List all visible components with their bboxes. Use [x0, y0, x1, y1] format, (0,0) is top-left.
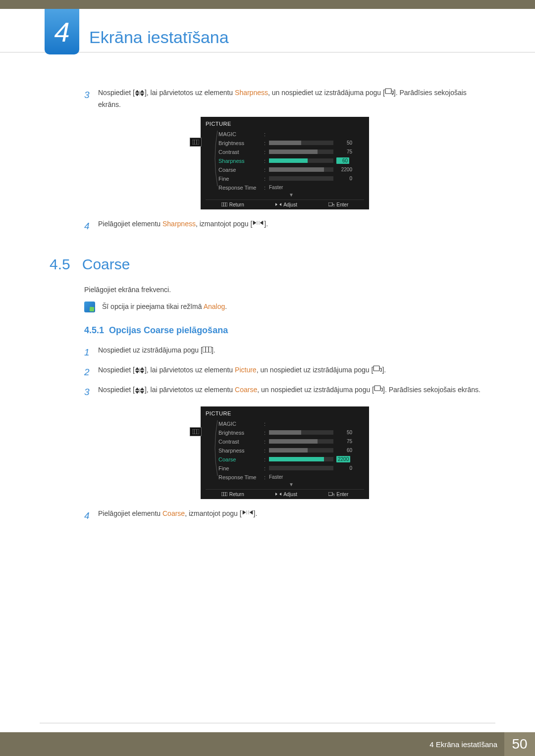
note: Šī opcija ir pieejama tikai režīmā Analo…: [84, 302, 485, 312]
osd-side-icon: [190, 427, 202, 436]
kw: Analog: [204, 302, 225, 310]
t: ], lai pārvietotos uz elementu: [145, 89, 235, 97]
osd-row-brightness: Brightness:50: [218, 428, 364, 437]
osd-arrow-down-icon: ▼: [218, 482, 364, 487]
osd-arrow-down-icon: ▼: [218, 192, 364, 198]
l: MAGIC: [218, 421, 264, 427]
osd-curve: [212, 130, 218, 198]
osd-enter: Enter: [328, 492, 348, 497]
sub-title: Opcijas Coarse pielāgošana: [109, 325, 228, 335]
leftright-icon: [242, 509, 254, 517]
step-text: Pielāgojiet elementu Coarse, izmantojot …: [98, 508, 257, 524]
osd-picture-sharpness: PICTURE MAGIC: Brightness:50 Contrast:75…: [201, 117, 369, 209]
v: 0: [336, 465, 352, 471]
t: , un nospiediet uz izstrādājuma pogu [: [268, 89, 385, 97]
l: Coarse: [218, 167, 264, 173]
note-icon: [84, 302, 95, 312]
t: Nospiediet [: [98, 89, 135, 97]
t: Nospiediet [: [98, 366, 135, 374]
t: Nospiediet [: [98, 386, 135, 394]
l: MAGIC: [218, 131, 264, 137]
t: ]. Parādīsies sekojošais ekrāns.: [383, 386, 481, 394]
step-text: Nospiediet [], lai pārvietotos uz elemen…: [98, 87, 485, 111]
step-2: 2 Nospiediet [], lai pārvietotos uz elem…: [84, 364, 485, 380]
l: Contrast: [218, 439, 264, 445]
l: Response Time: [218, 185, 264, 191]
osd-adjust: Adjust: [275, 492, 297, 497]
osd-enter: Enter: [328, 202, 348, 207]
osd-row-contrast: Contrast:75: [218, 148, 364, 156]
sec-num: 4.5: [50, 256, 70, 272]
step-text: Nospiediet [], lai pārvietotos uz elemen…: [98, 364, 386, 380]
step-num: 3: [84, 87, 98, 111]
t: Return: [229, 202, 244, 207]
kw: Sharpness: [162, 220, 196, 228]
v: Faster: [269, 474, 283, 480]
t: ].: [264, 220, 268, 228]
step-4b: 4 Pielāgojiet elementu Coarse, izmantojo…: [84, 508, 485, 524]
section-heading: 4.5Coarse: [50, 256, 485, 273]
step-text: Pielāgojiet elementu Sharpness, izmantoj…: [98, 218, 268, 234]
l: Coarse: [218, 456, 264, 462]
svg-rect-0: [385, 89, 391, 94]
step-4: 4 Pielāgojiet elementu Sharpness, izmant…: [84, 218, 485, 234]
enter-icon: [374, 386, 383, 394]
updown-icon: [135, 387, 145, 394]
t: Enter: [336, 202, 348, 207]
t: Enter: [336, 492, 348, 497]
step-3b: 3 Nospiediet [], lai pārvietotos uz elem…: [84, 384, 485, 400]
step-num: 2: [84, 364, 98, 380]
step-3: 3 Nospiediet [], lai pārvietotos uz elem…: [84, 87, 485, 111]
osd-row-response: Response Time:Faster: [218, 183, 364, 192]
osd-return: Return: [221, 202, 244, 207]
osd-row-coarse: Coarse:2200: [218, 455, 364, 464]
content: 3 Nospiediet [], lai pārvietotos uz elem…: [0, 52, 535, 524]
t: , un nospiediet uz izstrādājuma pogu [: [257, 366, 374, 374]
v: 0: [336, 176, 352, 181]
step-1: 1 Nospiediet uz izstrādājuma pogu [].: [84, 345, 485, 360]
v: 60: [336, 157, 349, 164]
osd-row-contrast: Contrast:75: [218, 437, 364, 446]
v: 2200: [336, 167, 352, 172]
v: Faster: [269, 185, 283, 190]
osd-row-magic: MAGIC:: [218, 419, 364, 428]
t: Nospiediet uz izstrādājuma pogu [: [98, 346, 203, 354]
t: Return: [229, 492, 244, 497]
menu-icon: [203, 346, 212, 354]
step-text: Nospiediet uz izstrādājuma pogu [].: [98, 345, 215, 360]
l: Sharpness: [218, 158, 264, 164]
l: Sharpness: [218, 448, 264, 454]
step-num: 4: [84, 218, 98, 234]
t: , izmantojot pogu [: [185, 509, 241, 517]
osd-footer: Return Adjust Enter: [206, 489, 364, 497]
v: 75: [336, 439, 352, 444]
osd-footer: Return Adjust Enter: [206, 200, 364, 207]
osd-side-icon: [190, 138, 202, 147]
t: ].: [212, 346, 215, 354]
l: Fine: [218, 465, 264, 471]
l: Contrast: [218, 149, 264, 155]
l: Fine: [218, 176, 264, 182]
page-footer: 4 Ekrāna iestatīšana 50: [0, 723, 535, 756]
t: Pielāgojiet elementu: [98, 509, 162, 517]
top-bar: [0, 0, 535, 9]
svg-rect-4: [221, 202, 227, 206]
v: 2200: [336, 456, 350, 462]
step-text: Nospiediet [], lai pārvietotos uz elemen…: [98, 384, 481, 400]
osd-row-sharpness: Sharpness:60: [218, 446, 364, 455]
t: ], lai pārvietotos uz elementu: [145, 366, 235, 374]
kw: Coarse: [162, 509, 185, 517]
l: Brightness: [218, 430, 264, 436]
footer-text: 4 Ekrāna iestatīšana: [429, 740, 497, 749]
step-num: 3: [84, 384, 98, 400]
t: .: [225, 302, 227, 310]
l: Response Time: [218, 474, 264, 480]
l: Brightness: [218, 140, 264, 146]
t: Adjust: [283, 202, 297, 207]
osd-row-sharpness: Sharpness:60: [218, 156, 364, 165]
svg-rect-19: [328, 492, 332, 496]
t: , izmantojot pogu [: [196, 220, 252, 228]
osd-picture-coarse: PICTURE MAGIC: Brightness:50 Contrast:75…: [201, 406, 369, 499]
osd-row-magic: MAGIC:: [218, 130, 364, 139]
t: ].: [382, 366, 386, 374]
